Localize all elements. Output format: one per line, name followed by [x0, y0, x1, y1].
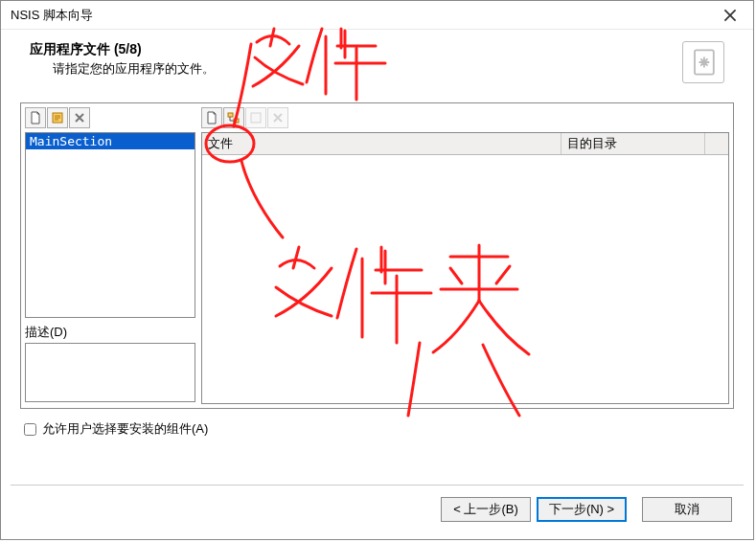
back-button[interactable]: < 上一步(B) [441, 497, 531, 522]
delete-file-button[interactable] [267, 107, 288, 128]
page-subtitle: 请指定您的应用程序的文件。 [53, 60, 215, 78]
main-frame: MainSection 描述(D) [20, 102, 734, 409]
new-section-button[interactable] [25, 107, 46, 128]
titlebar: NSIS 脚本向导 [1, 1, 753, 30]
add-folder-button[interactable] [223, 107, 244, 128]
page-title: 应用程序文件 (5/8) [30, 41, 215, 58]
svg-rect-4 [251, 113, 261, 123]
allow-components-checkbox[interactable] [24, 423, 36, 436]
column-file[interactable]: 文件 [202, 133, 561, 154]
delete-file-icon [271, 111, 285, 124]
file-toolbar [201, 107, 729, 130]
close-button[interactable] [713, 4, 747, 27]
add-file-button[interactable] [201, 107, 222, 128]
svg-rect-2 [228, 113, 233, 117]
section-list[interactable]: MainSection [25, 132, 195, 318]
delete-section-button[interactable] [69, 107, 90, 128]
allow-components-row: 允许用户选择要安装的组件(A) [20, 420, 734, 438]
wizard-buttons: < 上一步(B) 下一步(N) > 取消 [441, 497, 732, 522]
file-list-header: 文件 目的目录 [202, 133, 728, 155]
cancel-button[interactable]: 取消 [642, 497, 732, 522]
folder-tree-icon [227, 111, 241, 124]
separator [11, 485, 744, 486]
wizard-header-icon [682, 41, 724, 83]
edit-file-icon [249, 111, 263, 124]
next-button[interactable]: 下一步(N) > [537, 497, 627, 522]
allow-components-label: 允许用户选择要安装的组件(A) [42, 420, 208, 438]
dialog-window: NSIS 脚本向导 应用程序文件 (5/8) 请指定您的应用程序的文件。 [0, 0, 754, 540]
svg-rect-3 [234, 119, 239, 123]
edit-section-button[interactable] [47, 107, 68, 128]
column-dest[interactable]: 目的目录 [561, 133, 705, 154]
close-icon [723, 9, 737, 22]
description-box[interactable] [25, 343, 195, 402]
file-list[interactable]: 文件 目的目录 [201, 132, 729, 404]
section-toolbar [25, 107, 195, 130]
file-icon [205, 111, 218, 124]
section-item[interactable]: MainSection [26, 133, 195, 149]
edit-icon [51, 111, 64, 124]
delete-icon [73, 111, 86, 124]
description-label: 描述(D) [25, 324, 195, 341]
edit-file-button[interactable] [245, 107, 266, 128]
new-file-icon [29, 111, 42, 124]
window-title: NSIS 脚本向导 [11, 7, 93, 24]
